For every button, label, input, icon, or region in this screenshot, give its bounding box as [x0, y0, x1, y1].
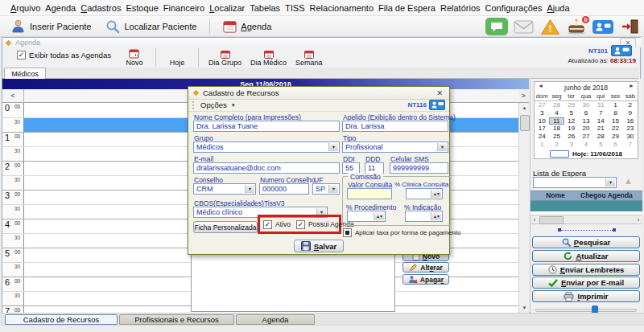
- column-nome[interactable]: Nome: [530, 191, 580, 200]
- menu-ajuda[interactable]: Ajuda: [544, 2, 572, 14]
- calendar-day[interactable]: 10: [535, 117, 549, 125]
- calendar-day[interactable]: 30: [623, 133, 638, 141]
- calendar-day[interactable]: 28: [549, 101, 564, 109]
- ddi-input[interactable]: [342, 162, 360, 174]
- show-all-agendas-checkbox[interactable]: ✓ Exibir todas as Agendas: [17, 51, 111, 59]
- calendar-day[interactable]: 5: [564, 109, 579, 117]
- mail-icon[interactable]: [511, 17, 535, 36]
- apagar-button[interactable]: Apagar: [402, 274, 449, 285]
- imprimir-button[interactable]: Imprimir: [532, 290, 640, 302]
- exit-icon[interactable]: [617, 17, 642, 36]
- menu-tabelas[interactable]: Tabelas: [247, 2, 283, 14]
- menu-relacionamento[interactable]: Relacionamento: [308, 2, 377, 14]
- bottom-tab-agenda[interactable]: Agenda: [236, 314, 315, 325]
- enviar-lembretes-button[interactable]: Enviar Lembretes: [532, 264, 640, 276]
- opcoes-menu[interactable]: Opções: [200, 100, 227, 109]
- calendar-day[interactable]: 1: [608, 101, 622, 109]
- ativo-checkbox[interactable]: ✓ Ativo: [263, 220, 291, 229]
- calendar-day[interactable]: 22: [608, 125, 622, 133]
- contacts-chat-icon[interactable]: [611, 45, 632, 56]
- calendar-day[interactable]: 12: [564, 117, 579, 125]
- dialog-close-button[interactable]: ✕: [434, 89, 445, 97]
- menu-fila-de-espera[interactable]: Fila de Espera: [376, 2, 438, 14]
- email-input[interactable]: [193, 162, 340, 174]
- conselho-select[interactable]: CRM▼: [193, 183, 256, 195]
- calendar-day[interactable]: 11: [549, 117, 564, 125]
- celular-sms-input[interactable]: [390, 162, 448, 174]
- tipo-select[interactable]: Profissional▼: [342, 141, 448, 153]
- scroll-left-button[interactable]: <: [2, 89, 24, 102]
- waitlist-trackbar[interactable]: [561, 230, 613, 231]
- menu-agenda[interactable]: Agenda: [43, 2, 78, 14]
- calendar-day[interactable]: 21: [593, 125, 608, 133]
- indicacao-spinner[interactable]: ▲▼: [405, 211, 443, 222]
- menu-arquivo[interactable]: Arquivo: [8, 2, 43, 14]
- column-chegou-agenda[interactable]: Chegou Agenda: [580, 191, 642, 200]
- menu-localizar[interactable]: Localizar: [207, 2, 247, 14]
- birthday-cake-icon[interactable]: 0: [564, 17, 588, 36]
- atualizar-button[interactable]: Atualizar: [532, 250, 640, 262]
- contacts-chat-icon[interactable]: [591, 17, 615, 36]
- calendar-day[interactable]: 1: [535, 141, 549, 149]
- contacts-chat-icon[interactable]: [429, 100, 445, 110]
- slider-track[interactable]: [535, 309, 637, 312]
- calendar-day[interactable]: 30: [579, 101, 593, 109]
- calendar-day[interactable]: 7: [623, 141, 638, 149]
- agenda-toolbar-hoje[interactable]: Hoje: [163, 47, 191, 68]
- salvar-button[interactable]: Salvar: [294, 240, 344, 252]
- calendar-day[interactable]: 24: [535, 133, 549, 141]
- alterar-button[interactable]: Alterar: [402, 262, 449, 273]
- bottom-tab-cadastro-de-recursos[interactable]: Cadastro de Recursos: [5, 314, 118, 325]
- calendar-day[interactable]: 19: [564, 125, 579, 133]
- agenda-toolbar-dia-medico[interactable]: Dia Médico: [248, 47, 289, 68]
- calendar-day[interactable]: 31: [593, 101, 608, 109]
- calendar-day[interactable]: 17: [535, 125, 549, 133]
- calendar-day[interactable]: 13: [579, 117, 593, 125]
- calendar-day[interactable]: 6: [579, 109, 593, 117]
- apelido-input[interactable]: [342, 121, 448, 132]
- scroll-right-icon[interactable]: ›: [634, 215, 642, 223]
- menu-configuracoes[interactable]: Configurações: [483, 2, 545, 14]
- scrollbar-thumb[interactable]: [539, 216, 564, 224]
- waitlist-horizontal-scrollbar[interactable]: ‹ ›: [530, 215, 642, 224]
- agenda-toolbar-semana[interactable]: Semana: [293, 47, 325, 68]
- agenda-toolbar-dia-grupo[interactable]: Dia Grupo: [206, 47, 244, 68]
- aplicar-taxa-checkbox[interactable]: Aplicar taxa por forma de pagamento: [343, 228, 461, 237]
- calendar-prev-icon[interactable]: ◄: [538, 83, 543, 88]
- scroll-right-button[interactable]: >: [518, 89, 529, 103]
- calendar-day[interactable]: 14: [593, 117, 608, 125]
- calendar-day[interactable]: 8: [608, 109, 622, 117]
- calendar-day[interactable]: 25: [549, 133, 564, 141]
- calendar-day[interactable]: 20: [579, 125, 593, 133]
- calendar-day[interactable]: 26: [564, 133, 579, 141]
- calendar-day[interactable]: 15: [608, 117, 622, 125]
- calendar-day[interactable]: 4: [549, 109, 564, 117]
- scroll-up-icon[interactable]: ▲: [519, 103, 530, 113]
- calendar-day[interactable]: 29: [608, 133, 622, 141]
- spinner-arrows-icon[interactable]: ▲▼: [431, 212, 441, 220]
- calendar-day[interactable]: 5: [593, 141, 608, 149]
- agenda-button[interactable]: Agenda: [216, 19, 279, 34]
- calendar-day[interactable]: 6: [608, 141, 622, 149]
- spinner-arrows-icon[interactable]: ▲▼: [431, 190, 441, 198]
- calendar-day[interactable]: 27: [579, 133, 593, 141]
- procedimento-spinner[interactable]: ▲▼: [347, 211, 386, 222]
- uf-select[interactable]: SP▼: [312, 183, 340, 195]
- calendar-day[interactable]: 3: [535, 109, 549, 117]
- waitlist-select[interactable]: ▼: [533, 177, 617, 188]
- calendar-day[interactable]: 23: [623, 125, 638, 133]
- clinica-consulta-spinner[interactable]: ▲▼: [406, 188, 443, 199]
- calendar-day[interactable]: 9: [623, 109, 638, 117]
- waitlist-empty-row[interactable]: [530, 201, 642, 211]
- grupo-select[interactable]: Médicos▼: [193, 141, 340, 153]
- menu-tiss[interactable]: TISS: [283, 2, 307, 14]
- calendar-day[interactable]: 4: [579, 141, 593, 149]
- calendar-day[interactable]: 7: [593, 109, 608, 117]
- scroll-left-icon[interactable]: ‹: [530, 215, 539, 223]
- spinner-arrows-icon[interactable]: ▲▼: [374, 212, 384, 220]
- calendar-day[interactable]: 3: [564, 141, 579, 149]
- menu-cadastros[interactable]: Cadastros: [78, 2, 123, 14]
- today-label[interactable]: Hoje: 11/06/2018: [572, 150, 622, 158]
- pesquisar-button[interactable]: Pesquisar: [532, 236, 640, 248]
- schedule-vertical-scrollbar[interactable]: ▲ ▼: [518, 103, 529, 313]
